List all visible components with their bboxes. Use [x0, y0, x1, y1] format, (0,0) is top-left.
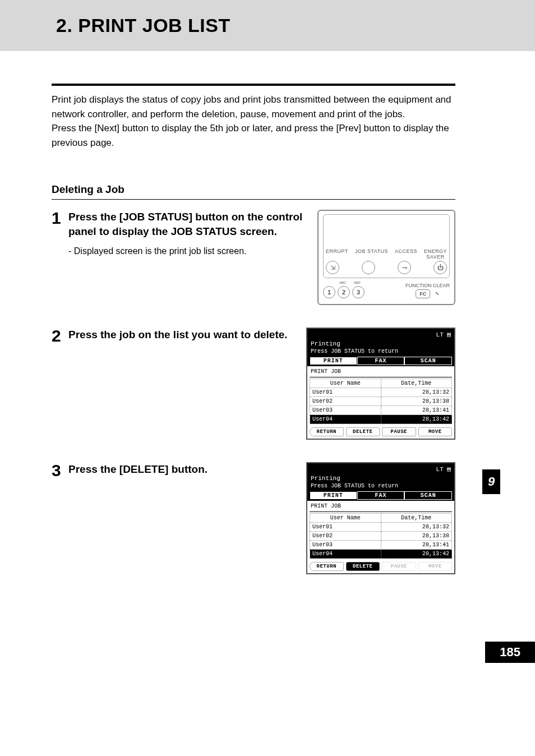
- step-body: Press the [JOB STATUS] button on the con…: [68, 210, 317, 305]
- table-row[interactable]: User0128,13:32: [310, 523, 452, 532]
- cell-user: User02: [310, 397, 381, 406]
- content-area: Print job displays the status of copy jo…: [0, 51, 478, 574]
- lcd-btn-return[interactable]: RETURN: [310, 562, 344, 571]
- lcd-status: Printing: [307, 475, 454, 483]
- numeric-keys: 1 ABC 2 DEF 3: [323, 286, 365, 298]
- page-number: 185: [485, 642, 535, 663]
- step-title: Press the [DELETE] button.: [68, 462, 301, 477]
- lcd-btn-delete[interactable]: DELETE: [346, 562, 380, 571]
- label-access: ACCESS: [395, 248, 417, 260]
- lcd-screen: LT ▤ Printing Press JOB STATUS to return…: [306, 328, 455, 440]
- lcd-btn-pause: PAUSE: [382, 562, 416, 571]
- intro-text: Print job displays the status of copy jo…: [52, 93, 455, 150]
- cell-time: 28,13:42: [381, 550, 452, 559]
- key-3[interactable]: 3: [352, 286, 365, 298]
- lcd-top-bar: LT ▤: [307, 329, 454, 340]
- table-row[interactable]: User0428,13:42: [310, 415, 452, 424]
- step-body: Press the job on the list you want to de…: [68, 328, 306, 440]
- lcd-btn-move: MOVE: [418, 562, 453, 571]
- label-job-status: JOB STATUS: [355, 248, 388, 260]
- tab-print[interactable]: PRINT: [310, 357, 357, 365]
- cell-user: User01: [310, 388, 381, 397]
- col-time: Date,Time: [381, 514, 452, 523]
- label-interrupt: ERRUPT: [326, 248, 348, 260]
- page-title: 2. PRINT JOB LIST: [56, 15, 535, 36]
- col-time: Date,Time: [381, 379, 452, 388]
- table-row[interactable]: User0228,13:38: [310, 397, 452, 406]
- tab-print[interactable]: PRINT: [310, 491, 357, 500]
- table-row[interactable]: User0128,13:32: [310, 388, 452, 397]
- cell-time: 28,13:42: [381, 415, 452, 424]
- energy-saver-button[interactable]: ⏻: [433, 261, 447, 274]
- job-table: User NameDate,Time User0128,13:32User022…: [310, 513, 452, 559]
- lcd-tabs: PRINT FAX SCAN: [307, 357, 454, 366]
- lcd-tabs: PRINT FAX SCAN: [307, 491, 454, 501]
- subsection-title: Deleting a Job: [52, 183, 455, 196]
- cell-user: User03: [310, 406, 381, 415]
- step-title: Press the job on the list you want to de…: [68, 328, 301, 342]
- cell-user: User04: [310, 550, 381, 559]
- key-2[interactable]: 2: [338, 286, 350, 298]
- table-row[interactable]: User0228,13:38: [310, 532, 452, 541]
- key2-super: ABC: [339, 281, 346, 284]
- key3-super: DEF: [354, 281, 361, 284]
- lcd-btn-pause[interactable]: PAUSE: [382, 427, 416, 436]
- pen-icon: ✎: [435, 291, 440, 297]
- key-1[interactable]: 1: [323, 286, 335, 298]
- panel-labels-row: ERRUPT JOB STATUS ACCESS ENERGY SAVER: [326, 248, 447, 260]
- cell-user: User02: [310, 532, 381, 541]
- job-table: User NameDate,Time User0128,13:32User022…: [310, 379, 452, 424]
- chapter-tab: 9: [482, 469, 500, 494]
- cell-time: 28,13:32: [381, 523, 452, 532]
- subsection-rule: [52, 199, 455, 200]
- tab-scan[interactable]: SCAN: [404, 491, 452, 500]
- cell-user: User01: [310, 523, 381, 532]
- lcd-btn-return[interactable]: RETURN: [310, 427, 344, 436]
- table-row[interactable]: User0428,13:42: [310, 550, 452, 559]
- table-row[interactable]: User0328,13:41: [310, 406, 452, 415]
- control-panel-figure: ERRUPT JOB STATUS ACCESS ENERGY SAVER ⇲ …: [317, 210, 455, 305]
- cell-user: User04: [310, 415, 381, 424]
- lcd-btn-move[interactable]: MOVE: [418, 427, 453, 436]
- step-title: Press the [JOB STATUS] button on the con…: [68, 210, 312, 238]
- lcd-subtitle: PRINT JOB: [310, 367, 452, 377]
- lcd-status: Printing: [307, 340, 454, 348]
- cell-time: 28,13:41: [381, 541, 452, 550]
- lcd-button-row: RETURNDELETEPAUSEMOVE: [310, 562, 452, 571]
- title-bar: 2. PRINT JOB LIST: [0, 0, 535, 51]
- cell-time: 28,13:38: [381, 397, 452, 406]
- step-body: Press the [DELETE] button.: [68, 462, 306, 574]
- cell-user: User03: [310, 541, 381, 550]
- fc-area: FUNCTION CLEAR FC ✎: [405, 283, 450, 298]
- step-note: - Displayed screen is the print job list…: [68, 246, 312, 256]
- lcd-top-bar: LT ▤: [307, 463, 454, 475]
- lcd-button-row: RETURNDELETEPAUSEMOVE: [310, 427, 452, 436]
- table-row[interactable]: User0328,13:41: [310, 541, 452, 550]
- page-footer: 185: [0, 642, 535, 663]
- col-user: User Name: [310, 379, 381, 388]
- cell-time: 28,13:32: [381, 388, 452, 397]
- step-3: 3 Press the [DELETE] button. LT ▤ Printi…: [52, 462, 455, 574]
- lcd-hint: Press JOB STATUS to return: [307, 348, 454, 357]
- tab-scan[interactable]: SCAN: [404, 357, 452, 365]
- top-rule: [52, 84, 455, 86]
- paper-indicator: LT ▤: [436, 465, 451, 473]
- access-button[interactable]: ⊸: [398, 261, 411, 274]
- fc-button[interactable]: FC: [416, 289, 430, 298]
- lcd-btn-delete[interactable]: DELETE: [346, 427, 380, 436]
- step-number: 3: [52, 462, 68, 574]
- paper-indicator: LT ▤: [436, 331, 451, 338]
- tab-fax[interactable]: FAX: [357, 491, 405, 500]
- control-panel-box: ERRUPT JOB STATUS ACCESS ENERGY SAVER ⇲ …: [317, 210, 455, 305]
- lcd-screen: LT ▤ Printing Press JOB STATUS to return…: [306, 462, 455, 574]
- col-user: User Name: [310, 514, 381, 523]
- step-1: 1 Press the [JOB STATUS] button on the c…: [52, 210, 455, 305]
- lcd-subtitle: PRINT JOB: [310, 502, 452, 512]
- interrupt-button[interactable]: ⇲: [326, 261, 339, 274]
- job-status-button[interactable]: [362, 261, 375, 274]
- lcd-figure-step3: LT ▤ Printing Press JOB STATUS to return…: [306, 462, 455, 574]
- cell-time: 28,13:38: [381, 532, 452, 541]
- panel-button-row: ⇲ ⊸ ⏻: [326, 261, 447, 274]
- tab-fax[interactable]: FAX: [357, 357, 405, 365]
- lcd-hint: Press JOB STATUS to return: [307, 483, 454, 491]
